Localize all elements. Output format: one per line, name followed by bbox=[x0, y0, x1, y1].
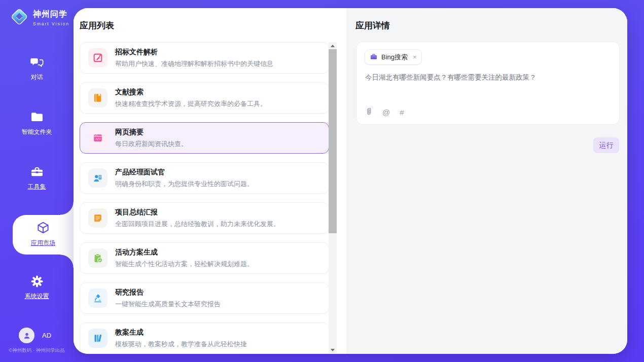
main-container: 应用列表 招标文件解析 帮助用户快速、准确地理解和解析招标书中的关键信息 bbox=[74, 8, 627, 354]
app-item-name: 项目总结汇报 bbox=[115, 208, 280, 217]
app-item-name: 网页摘要 bbox=[115, 128, 188, 137]
sidebar-item-toolset[interactable]: 工具集 bbox=[0, 164, 74, 191]
brand-logo: 神州问学 Smart Vision bbox=[9, 7, 69, 29]
chat-icon bbox=[0, 55, 74, 70]
folder-icon bbox=[0, 110, 74, 125]
app-item-name: 教案生成 bbox=[115, 328, 247, 337]
brand-title: 神州问学 bbox=[33, 9, 69, 20]
sidebar-item-label: 应用市场 bbox=[13, 239, 74, 247]
sidebar-item-label: 工具集 bbox=[0, 183, 74, 191]
app-item-bid-document-parse[interactable]: 招标文件解析 帮助用户快速、准确地理解和解析招标书中的关键信息 bbox=[80, 42, 329, 74]
user-account[interactable]: AD bbox=[19, 328, 51, 343]
app-item-pm-interviewer[interactable]: 产品经理面试官 明确身份和职责，为您提供专业性的面试问题。 bbox=[80, 162, 329, 194]
sidebar-item-settings[interactable]: 系统设置 bbox=[0, 274, 74, 301]
app-item-name: 活动方案生成 bbox=[115, 248, 254, 257]
prompt-input-card[interactable]: Bing搜索 × 今日湖北有哪些新闻要点？有哪些需要关注的最新政策？ @ # bbox=[356, 42, 620, 125]
app-item-project-summary[interactable]: 项目总结汇报 全面回顾项目进展，总结经验教训，助力未来优化发展。 bbox=[80, 202, 329, 234]
prompt-text[interactable]: 今日湖北有哪些新闻要点？有哪些需要关注的最新政策？ bbox=[365, 73, 609, 82]
doc-edit-icon bbox=[88, 48, 108, 67]
app-item-desc: 模板驱动，教案秒成，教学准备从此轻松快捷 bbox=[115, 340, 247, 349]
app-item-desc: 智能生成个性化活动方案，轻松解决规划难题。 bbox=[115, 260, 254, 269]
user-initials: AD bbox=[42, 332, 51, 339]
sidebar-item-label: 对话 bbox=[0, 73, 74, 82]
scrollbar-up-arrow[interactable] bbox=[329, 42, 337, 49]
app-item-desc: 全面回顾项目进展，总结经验教训，助力未来优化发展。 bbox=[115, 220, 280, 229]
microscope-icon bbox=[88, 288, 108, 308]
app-item-name: 文献搜索 bbox=[115, 88, 267, 97]
app-detail-title: 应用详情 bbox=[355, 20, 390, 31]
app-item-event-plan[interactable]: 活动方案生成 智能生成个性化活动方案，轻松解决规划难题。 bbox=[80, 242, 329, 274]
gear-icon bbox=[0, 274, 74, 289]
hashtag-icon[interactable]: # bbox=[400, 108, 404, 116]
list-scrollbar-track bbox=[329, 42, 337, 353]
chip-close-icon[interactable]: × bbox=[413, 53, 417, 61]
tool-chip-label: Bing搜索 bbox=[381, 53, 408, 62]
mention-icon[interactable]: @ bbox=[382, 108, 390, 116]
cube-icon bbox=[13, 221, 74, 236]
brand-diamond-icon bbox=[9, 7, 29, 29]
app-item-desc: 每日政府新闻资讯快查。 bbox=[115, 139, 188, 149]
app-list-title: 应用列表 bbox=[80, 20, 114, 31]
tool-chip-bing-search[interactable]: Bing搜索 × bbox=[365, 49, 422, 65]
svg-text:</>: </> bbox=[95, 137, 101, 140]
app-item-desc: 快速精准查找学术资源，提高研究效率的必备工具。 bbox=[115, 99, 267, 108]
scrollbar-thumb[interactable] bbox=[329, 49, 337, 233]
sidebar-item-chat[interactable]: 对话 bbox=[0, 55, 74, 82]
book-icon bbox=[88, 88, 108, 107]
app-item-web-summary[interactable]: </> 网页摘要 每日政府新闻资讯快查。 bbox=[80, 122, 329, 154]
app-item-name: 招标文件解析 bbox=[115, 48, 273, 57]
sidebar: 神州问学 Smart Vision 对话 智能文件夹 bbox=[0, 0, 74, 362]
attachment-toolbar: @ # bbox=[365, 107, 404, 118]
web-page-icon: </> bbox=[88, 128, 108, 148]
clipboard-check-icon bbox=[88, 248, 108, 268]
app-item-name: 产品经理面试官 bbox=[115, 168, 254, 177]
app-item-research-report[interactable]: 研究报告 一键智能生成高质量长文本研究报告 bbox=[80, 282, 329, 314]
toolbox-icon bbox=[0, 164, 74, 179]
app-item-lesson-plan[interactable]: 教案生成 模板驱动，教案秒成，教学准备从此轻松快捷 bbox=[80, 322, 329, 349]
scrollbar-down-arrow[interactable] bbox=[329, 346, 337, 353]
sidebar-item-app-market[interactable]: 应用市场 bbox=[13, 215, 74, 255]
app-item-desc: 明确身份和职责，为您提供专业性的面试问题。 bbox=[115, 179, 254, 189]
run-button[interactable]: 运行 bbox=[593, 137, 619, 153]
app-item-name: 研究报告 bbox=[115, 288, 221, 297]
note-icon bbox=[88, 208, 108, 228]
sidebar-item-label: 智能文件夹 bbox=[0, 128, 74, 136]
app-item-literature-search[interactable]: 文献搜索 快速精准查找学术资源，提高研究效率的必备工具。 bbox=[80, 82, 329, 114]
app-item-desc: 帮助用户快速、准确地理解和解析招标书中的关键信息 bbox=[115, 59, 273, 68]
books-icon bbox=[88, 329, 108, 348]
avatar bbox=[19, 328, 34, 343]
app-list-panel: 应用列表 招标文件解析 帮助用户快速、准确地理解和解析招标书中的关键信息 bbox=[74, 8, 346, 354]
copyright-footer: ©神州数码 · 神州问学出品 bbox=[0, 347, 74, 354]
app-list: 招标文件解析 帮助用户快速、准确地理解和解析招标书中的关键信息 文献搜索 快速精… bbox=[80, 42, 329, 349]
app-item-desc: 一键智能生成高质量长文本研究报告 bbox=[115, 300, 221, 309]
app-detail-panel: 应用详情 Bing搜索 × 今日湖北有哪些新闻要点？有哪些需要关注的最新政策？ bbox=[346, 8, 627, 354]
sidebar-item-label: 系统设置 bbox=[0, 292, 74, 301]
interviewer-icon bbox=[88, 168, 108, 188]
sidebar-item-smart-folders[interactable]: 智能文件夹 bbox=[0, 110, 74, 136]
brand-subtitle: Smart Vision bbox=[33, 21, 69, 26]
briefcase-icon bbox=[370, 53, 378, 62]
paperclip-icon[interactable] bbox=[365, 107, 373, 118]
